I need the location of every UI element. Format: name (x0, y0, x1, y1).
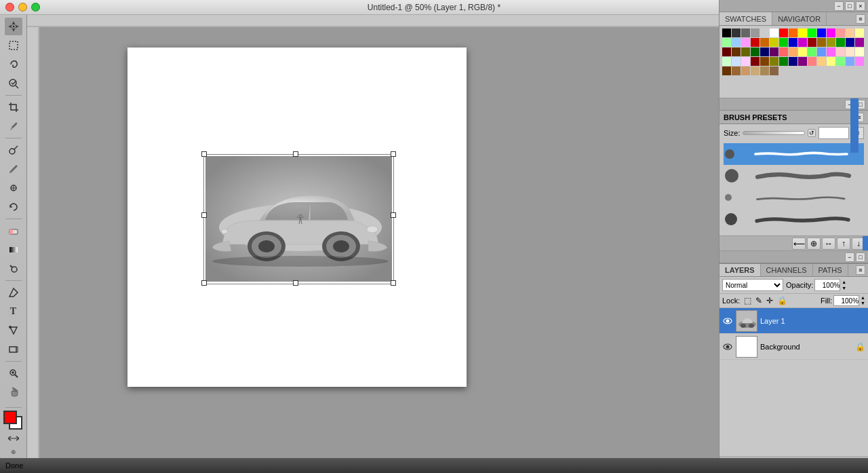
move-tool[interactable] (5, 18, 22, 35)
maximize-button[interactable] (31, 3, 40, 12)
layer-visibility-layer1[interactable] (722, 316, 733, 326)
lock-position-icon[interactable]: ✎ (755, 296, 762, 305)
color-swatch[interactable] (846, 48, 854, 56)
color-swatch[interactable] (808, 29, 816, 37)
color-swatch[interactable] (722, 67, 731, 75)
hand-tool[interactable] (5, 383, 22, 401)
color-swatch[interactable] (770, 48, 778, 56)
color-swatch[interactable] (770, 38, 778, 47)
color-swatch[interactable] (760, 67, 769, 75)
color-swatch[interactable] (846, 29, 854, 37)
color-swatch[interactable] (855, 38, 864, 47)
type-tool[interactable]: T (5, 303, 22, 320)
swatches-options-icon[interactable]: ≡ (856, 14, 865, 24)
color-swatch[interactable] (779, 57, 788, 66)
brush-action-2[interactable]: ⊕ (807, 238, 821, 250)
layer-image[interactable] (205, 156, 392, 282)
color-swatch[interactable] (779, 48, 788, 56)
color-swatch[interactable] (779, 29, 788, 37)
tab-paths[interactable]: PATHS (813, 264, 848, 276)
opacity-input[interactable] (814, 279, 840, 291)
color-swatch[interactable] (836, 38, 845, 47)
color-swatch[interactable] (846, 38, 854, 47)
minimize-button[interactable] (18, 3, 27, 12)
tab-channels[interactable]: CHANNELS (761, 264, 813, 276)
color-swatch[interactable] (798, 29, 807, 37)
handle-middle-left[interactable] (201, 212, 207, 218)
color-swatch[interactable] (817, 57, 826, 66)
crop-tool[interactable] (5, 98, 22, 116)
color-swatch[interactable] (732, 67, 741, 75)
lasso-tool[interactable] (5, 56, 22, 73)
swap-colors-icon[interactable] (8, 435, 19, 442)
color-swatch[interactable] (817, 29, 826, 37)
fill-input[interactable] (833, 295, 859, 306)
panel-close-icon[interactable]: × (856, 1, 865, 11)
color-swatch[interactable] (722, 57, 731, 66)
color-swatch[interactable] (855, 57, 864, 66)
color-swatch[interactable] (760, 29, 769, 37)
handle-top-left[interactable] (201, 151, 207, 157)
color-selector[interactable] (3, 411, 24, 431)
color-swatch[interactable] (779, 38, 788, 47)
color-swatch[interactable] (751, 57, 760, 66)
brush-action-up[interactable]: ↑ (837, 238, 850, 250)
color-swatch[interactable] (770, 29, 778, 37)
blend-mode-select[interactable]: Normal Multiply Screen Overlay (722, 279, 783, 291)
color-swatch[interactable] (722, 38, 731, 47)
handle-bottom-left[interactable] (201, 280, 207, 286)
quick-select-tool[interactable] (5, 75, 22, 92)
color-swatch[interactable] (808, 38, 816, 47)
brush-preset-3[interactable] (724, 187, 864, 208)
pen-tool[interactable] (5, 284, 22, 301)
brush-size-slider[interactable] (743, 131, 805, 135)
brush-action-expand[interactable]: ↔ (822, 238, 835, 250)
layers-maximize-icon[interactable]: □ (856, 252, 865, 262)
color-swatch[interactable] (798, 57, 807, 66)
color-swatch[interactable] (789, 48, 797, 56)
shape-tool[interactable] (5, 341, 22, 358)
color-swatch[interactable] (789, 38, 797, 47)
color-swatch[interactable] (789, 29, 797, 37)
canvas-area[interactable] (39, 27, 719, 458)
history-brush-tool[interactable] (5, 198, 22, 216)
color-swatch[interactable] (751, 48, 760, 56)
color-swatch[interactable] (770, 57, 778, 66)
color-swatch[interactable] (855, 48, 864, 56)
brush-tool[interactable] (5, 160, 22, 178)
healing-tool[interactable] (5, 141, 22, 159)
handle-top-middle[interactable] (293, 151, 298, 157)
layer-item-layer1[interactable]: Layer 1 (719, 308, 868, 334)
marquee-tool[interactable] (5, 37, 22, 54)
layer-item-background[interactable]: Background 🔒 (719, 334, 868, 360)
color-swatch[interactable] (770, 67, 778, 75)
opacity-arrows[interactable]: ▲ ▼ (842, 279, 846, 291)
color-swatch[interactable] (827, 29, 835, 37)
brush-preset-1[interactable] (724, 143, 864, 165)
tab-navigator[interactable]: NAVIGATOR (772, 12, 827, 25)
color-swatch[interactable] (798, 48, 807, 56)
dodge-tool[interactable] (5, 260, 22, 278)
color-swatch[interactable] (789, 57, 797, 66)
brush-scrollbar[interactable] (850, 98, 859, 153)
color-swatch[interactable] (751, 38, 760, 47)
close-button[interactable] (5, 3, 14, 12)
brush-preset-2[interactable] (724, 165, 864, 187)
eraser-tool[interactable] (5, 222, 22, 240)
color-swatch[interactable] (732, 38, 741, 47)
brush-size-reset[interactable]: ↺ (808, 129, 816, 137)
color-swatch[interactable] (722, 48, 731, 56)
color-swatch[interactable] (836, 48, 845, 56)
lock-pixels-icon[interactable]: ⬚ (744, 296, 751, 305)
clone-tool[interactable] (5, 179, 22, 197)
lock-move-icon[interactable]: ✛ (766, 296, 773, 305)
reset-colors[interactable]: ⊕ (11, 449, 16, 455)
tab-swatches[interactable]: SWATCHES (719, 12, 772, 25)
tab-layers[interactable]: LAYERS (719, 264, 761, 276)
color-swatch[interactable] (798, 38, 807, 47)
handle-middle-right[interactable] (391, 212, 396, 218)
color-swatch[interactable] (732, 48, 741, 56)
color-swatch[interactable] (817, 48, 826, 56)
brush-preset-4[interactable] (724, 208, 864, 230)
gradient-tool[interactable] (5, 241, 22, 259)
